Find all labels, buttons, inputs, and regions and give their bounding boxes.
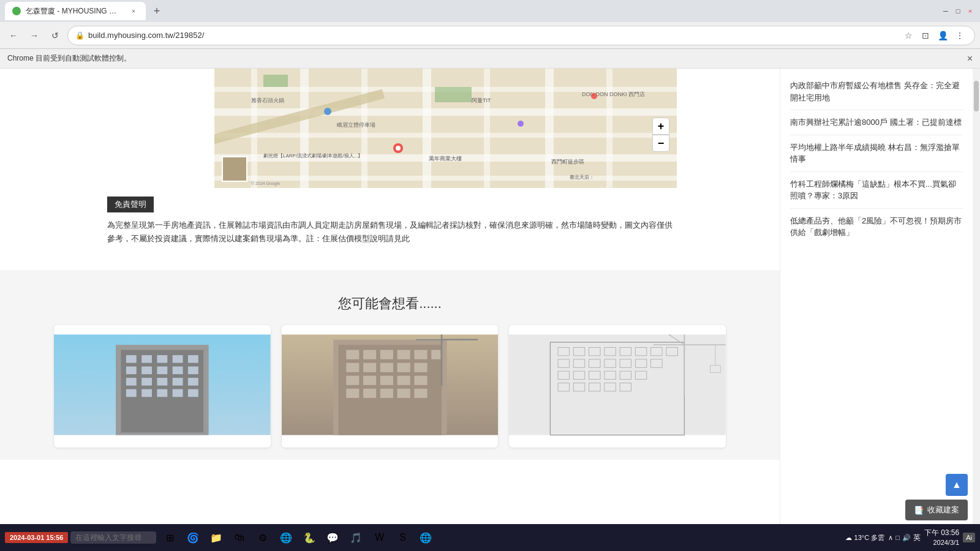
save-building-button[interactable]: 📑 收藏建案 (905, 500, 968, 520)
disclaimer-text: 為完整呈現第一手房地產資訊，住展雜誌市場資訊由市調人員定期走訪房屋銷售現場，及編… (107, 219, 673, 246)
notification-close-button[interactable]: × (967, 53, 973, 64)
tray-icon-2: □ (895, 534, 900, 541)
news-item[interactable]: 內政部籲中市府暫緩公有地標售 吳存金：完全避開社宅用地 (790, 73, 963, 110)
main-content-area: 雅香石頭火鍋 峨眉立體停車場 阿曼TIT DON DON DONKI 西門店 西… (0, 69, 780, 524)
tab-close-button[interactable]: × (129, 6, 138, 16)
taskbar-icon-store[interactable]: 🛍 (228, 527, 251, 549)
tray-icon-3: 🔊 (902, 534, 911, 542)
svg-rect-59 (397, 350, 410, 359)
map-zoom-in-button[interactable]: + (652, 118, 669, 135)
svg-text:萬年商業大樓: 萬年商業大樓 (429, 156, 462, 162)
svg-rect-72 (346, 389, 359, 398)
svg-point-27 (324, 108, 331, 115)
maximize-button[interactable]: □ (953, 6, 963, 16)
svg-text:峨眉立體停車場: 峨眉立體停車場 (337, 122, 375, 128)
svg-rect-34 (141, 355, 152, 363)
taskbar-icon-settings[interactable]: ⚙ (252, 527, 274, 549)
svg-rect-49 (141, 389, 152, 397)
taskbar-right: ☁ 13°C 多雲 ∧ □ 🔊 英 下午 03:56 2024/3/1 Ai (845, 528, 975, 547)
taskbar-icon-word[interactable]: W (368, 527, 390, 549)
title-bar: 乞森豐廈 - MYHOUSING 住展... × + ─ □ × (0, 0, 980, 22)
taskbar-icon-line[interactable]: 💬 (322, 527, 344, 549)
save-label: 收藏建案 (927, 504, 959, 515)
active-tab[interactable]: 乞森豐廈 - MYHOUSING 住展... × (5, 2, 146, 20)
svg-rect-43 (126, 378, 137, 386)
news-item[interactable]: 南市興辦社宅累計逾8000戶 國土署：已提前達標 (790, 110, 963, 135)
svg-point-26 (396, 146, 401, 151)
map-thumbnail (222, 156, 247, 182)
svg-text:阿曼TIT: 阿曼TIT (472, 97, 491, 103)
svg-rect-10 (484, 69, 490, 188)
back-to-top-button[interactable]: ▲ (946, 474, 968, 496)
svg-rect-8 (361, 69, 368, 188)
taskbar-icons: ⊞🌀📁🛍⚙🌐🐍💬🎵WS🌐 (159, 527, 437, 549)
profile-button[interactable]: 👤 (935, 28, 950, 43)
bookmark-button[interactable]: ☆ (901, 28, 916, 43)
scrollbar-thumb[interactable] (974, 81, 979, 111)
svg-rect-40 (157, 367, 167, 375)
notification-bar: Chrome 目前受到自動測試軟體控制。 × (0, 49, 980, 69)
card-2-image (282, 325, 499, 444)
building-beige-svg (282, 325, 499, 444)
news-item[interactable]: 竹科工程師爛橘梅「這缺點」根本不買...買氣卻照噴？專家：3原因 (790, 172, 963, 209)
svg-text:臺北天后：: 臺北天后： (570, 174, 594, 180)
back-button[interactable]: ← (5, 27, 22, 44)
save-icon: 📑 (914, 506, 924, 515)
svg-point-28 (591, 93, 597, 99)
clock-time: 下午 03:56 (924, 528, 959, 538)
browser-content: 雅香石頭火鍋 峨眉立體停車場 阿曼TIT DON DON DONKI 西門店 西… (0, 69, 980, 524)
svg-rect-69 (380, 376, 393, 385)
address-bar[interactable]: 🔒 build.myhousing.com.tw/219852/ ☆ ⊡ 👤 ⋮ (67, 26, 975, 45)
svg-rect-37 (188, 355, 198, 363)
map-section: 雅香石頭火鍋 峨眉立體停車場 阿曼TIT DON DON DONKI 西門店 西… (0, 69, 780, 190)
svg-rect-65 (397, 363, 410, 372)
svg-rect-15 (435, 87, 472, 102)
svg-rect-70 (397, 376, 410, 385)
refresh-button[interactable]: ↺ (47, 27, 64, 44)
svg-rect-42 (188, 367, 198, 375)
rec-card-3[interactable] (509, 325, 726, 448)
svg-text:劇光燈【LARP/流浸式劇場/劇本遊戲/狼人...】: 劇光燈【LARP/流浸式劇場/劇本遊戲/狼人...】 (263, 153, 363, 159)
extensions-button[interactable]: ⋮ (952, 28, 967, 43)
taskbar-icon-chrome[interactable]: 🌐 (275, 527, 297, 549)
weather-icon: ☁ (845, 534, 852, 542)
svg-rect-64 (380, 363, 393, 372)
map-zoom-out-button[interactable]: − (652, 135, 669, 152)
main-scrollbar[interactable] (973, 69, 980, 524)
taskbar-icon-pycharm[interactable]: 🐍 (298, 527, 320, 549)
address-action-buttons: ☆ ⊡ 👤 ⋮ (901, 28, 967, 43)
svg-text:© 2024 Google: © 2024 Google (251, 181, 280, 186)
card-3-image (509, 325, 726, 444)
close-button[interactable]: × (965, 6, 975, 16)
rec-card-1[interactable] (54, 325, 271, 448)
news-item[interactable]: 低總產品夯、他籲「2風險」不可忽視！預期房市供給「戲劇增幅」 (790, 209, 963, 245)
svg-rect-62 (346, 363, 359, 372)
tab-search-button[interactable]: ⊡ (918, 28, 933, 43)
taskbar-icon-edge-browser[interactable]: 🌀 (182, 527, 204, 549)
news-item[interactable]: 平均地權上路半年成績揭曉 林右昌：無浮濫搶單情事 (790, 135, 963, 172)
rec-card-2[interactable] (282, 325, 499, 448)
taskbar-left: 2024-03-01 15:56 ⊞🌀📁🛍⚙🌐🐍💬🎵WS🌐 (5, 527, 437, 549)
building-sketch-svg (509, 325, 726, 444)
svg-rect-11 (545, 69, 554, 188)
svg-rect-67 (346, 376, 359, 385)
minimize-button[interactable]: ─ (941, 6, 951, 16)
forward-button[interactable]: → (26, 27, 43, 44)
svg-rect-73 (363, 389, 376, 398)
new-tab-button[interactable]: + (148, 2, 165, 20)
notification-text: Chrome 目前受到自動測試軟體控制。 (7, 53, 131, 64)
svg-rect-36 (173, 355, 183, 363)
taskbar-icon-chrome2[interactable]: 🌐 (415, 527, 437, 549)
taskbar-icon-music[interactable]: 🎵 (345, 527, 367, 549)
svg-rect-50 (157, 389, 167, 397)
svg-text:雅香石頭火鍋: 雅香石頭火鍋 (251, 97, 284, 103)
taskbar-search-input[interactable] (70, 531, 156, 544)
map-container[interactable]: 雅香石頭火鍋 峨眉立體停車場 阿曼TIT DON DON DONKI 西門店 西… (214, 69, 677, 188)
taskbar-icon-app2[interactable]: S (391, 527, 413, 549)
taskbar-icon-explorer[interactable]: 📁 (205, 527, 227, 549)
svg-rect-41 (173, 367, 183, 375)
taskbar-icon-task-view[interactable]: ⊞ (159, 527, 181, 549)
building-blue-svg (54, 325, 271, 444)
taskbar-time-date-badge: 2024-03-01 15:56 (5, 532, 68, 543)
ai-label: Ai (963, 533, 975, 542)
